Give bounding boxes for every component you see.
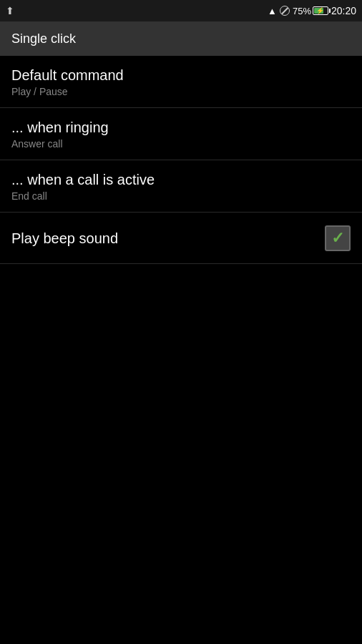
checkmark-icon: ✓ bbox=[331, 230, 344, 246]
status-right-icons: ▲ 75% ⚡ 20:20 bbox=[268, 5, 356, 16]
battery-bolt-icon: ⚡ bbox=[316, 7, 324, 14]
when-ringing-text: ... when ringing Answer call bbox=[11, 118, 351, 150]
when-ringing-title: ... when ringing bbox=[11, 118, 351, 137]
default-command-item[interactable]: Default command Play / Pause bbox=[0, 56, 362, 108]
play-beep-sound-text: Play beep sound bbox=[11, 229, 325, 248]
settings-list: Default command Play / Pause ... when ri… bbox=[0, 56, 362, 264]
no-signal-icon bbox=[280, 6, 290, 16]
status-left-icons: ⬆ bbox=[6, 5, 14, 16]
default-command-text: Default command Play / Pause bbox=[11, 66, 351, 97]
play-beep-sound-title: Play beep sound bbox=[11, 229, 325, 248]
default-command-subtitle: Play / Pause bbox=[11, 86, 351, 97]
when-call-active-subtitle: End call bbox=[11, 190, 351, 202]
when-call-active-title: ... when a call is active bbox=[11, 170, 351, 189]
when-call-active-text: ... when a call is active End call bbox=[11, 170, 351, 202]
wifi-icon: ▲ bbox=[268, 6, 277, 16]
default-command-title: Default command bbox=[11, 66, 351, 84]
when-call-active-item[interactable]: ... when a call is active End call bbox=[0, 160, 362, 213]
battery-container: 75% ⚡ bbox=[293, 6, 328, 16]
when-ringing-subtitle: Answer call bbox=[11, 138, 351, 150]
usb-icon: ⬆ bbox=[6, 5, 14, 16]
status-time: 20:20 bbox=[331, 5, 356, 16]
action-bar: Single click bbox=[0, 21, 362, 56]
status-bar: ⬆ ▲ 75% ⚡ 20:20 bbox=[0, 0, 362, 21]
battery-icon: ⚡ bbox=[313, 6, 328, 15]
battery-percentage: 75% bbox=[293, 6, 311, 16]
action-bar-title: Single click bbox=[11, 31, 76, 47]
when-ringing-item[interactable]: ... when ringing Answer call bbox=[0, 108, 362, 160]
play-beep-sound-checkbox[interactable]: ✓ bbox=[325, 225, 351, 251]
play-beep-sound-item[interactable]: Play beep sound ✓ bbox=[0, 213, 362, 264]
